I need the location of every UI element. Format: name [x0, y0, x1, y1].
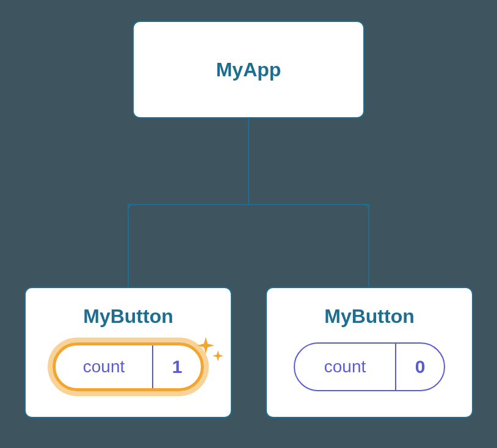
state-key: count: [56, 357, 152, 377]
state-value: 0: [395, 344, 444, 390]
child-node-right: MyButton count 0: [266, 287, 473, 418]
connector-vertical-top: [248, 118, 249, 204]
state-key: count: [295, 357, 395, 377]
connector-vertical-left: [128, 204, 129, 287]
connector-corner-left: [128, 204, 136, 212]
root-node-label: MyApp: [216, 59, 281, 81]
state-pill-highlighted: count 1: [53, 342, 204, 391]
connector-horizontal: [128, 204, 369, 205]
state-pill: count 0: [294, 342, 445, 391]
root-node: MyApp: [132, 21, 365, 118]
child-node-right-label: MyButton: [324, 305, 415, 328]
connector-vertical-right: [368, 204, 369, 287]
sparkle-icon: [194, 334, 228, 371]
child-node-left-label: MyButton: [83, 305, 173, 328]
child-node-left: MyButton count 1: [24, 287, 232, 418]
